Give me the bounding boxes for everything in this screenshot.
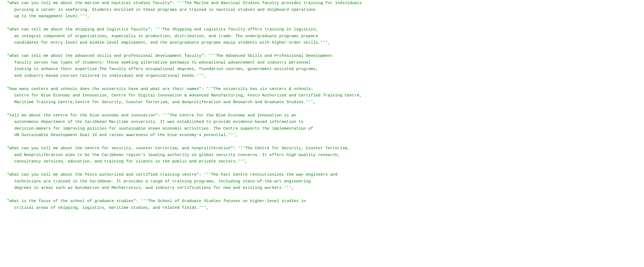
code-block: "what can you tell me about the marine a… bbox=[0, 0, 644, 211]
